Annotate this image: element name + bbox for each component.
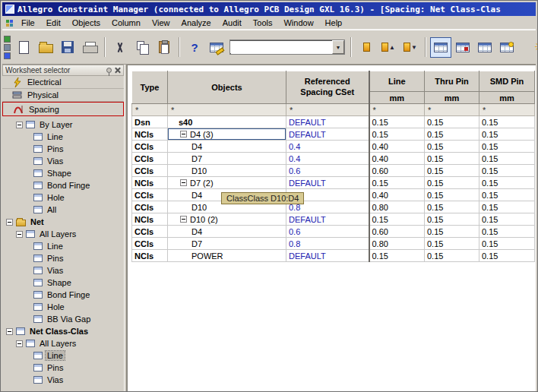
cell-ref-cset[interactable]: DEFAULT [286, 250, 369, 262]
collapse-icon[interactable] [16, 231, 23, 238]
cell-thru-pin[interactable]: 0.15 [425, 238, 479, 250]
cell-thru-pin[interactable]: 0.15 [425, 153, 479, 165]
tree-item-all-layers[interactable]: All Layers [2, 228, 124, 240]
menu-file[interactable]: File [16, 17, 40, 28]
collapse-icon[interactable] [180, 216, 187, 223]
cell-ref-cset[interactable]: DEFAULT [286, 128, 369, 141]
tree-item-shape[interactable]: Shape [2, 167, 124, 179]
filter-cell[interactable]: * [425, 104, 479, 116]
worksheet-selector-toggle-button[interactable] [430, 37, 451, 58]
cell-type[interactable]: CCls [132, 201, 168, 213]
cell-smd-pin[interactable]: 0.15 [479, 128, 535, 141]
menu-help[interactable]: Help [320, 17, 348, 28]
table-grid-button[interactable] [474, 37, 495, 58]
tree-item-net-class-class[interactable]: Net Class-Clas [2, 325, 124, 337]
open-button[interactable] [35, 37, 56, 58]
mini-icon-blue[interactable] [4, 52, 11, 59]
filter-cell[interactable]: * [369, 104, 425, 116]
cell-ref-cset[interactable]: 0.6 [286, 165, 369, 177]
cell-thru-pin[interactable]: 0.15 [425, 201, 479, 213]
menu-window[interactable]: Window [278, 17, 318, 28]
tree-item-pins[interactable]: Pins [2, 252, 124, 264]
tree-item-bond-finger[interactable]: Bond Finge [2, 179, 124, 191]
menu-audit[interactable]: Audit [217, 17, 247, 28]
tree-item-pins[interactable]: Pins [2, 143, 124, 155]
cell-type[interactable]: CCls [132, 165, 168, 177]
menu-column[interactable]: Column [106, 17, 146, 28]
cut-button[interactable] [109, 37, 131, 58]
cell-thru-pin[interactable]: 0.15 [425, 116, 479, 128]
cell-smd-pin[interactable]: 0.15 [479, 177, 535, 189]
collapse-icon[interactable] [6, 328, 13, 335]
cell-line[interactable]: 0.80 [369, 201, 425, 213]
cell-object[interactable]: POWER [168, 250, 286, 262]
collapse-icon[interactable] [6, 219, 13, 226]
cell-line[interactable]: 0.15 [369, 250, 425, 262]
mini-icon-gray[interactable] [4, 44, 11, 51]
cell-ref-cset[interactable]: 0.4 [286, 141, 369, 153]
cell-line[interactable]: 0.15 [369, 213, 425, 226]
new-button[interactable] [13, 37, 34, 58]
cell-thru-pin[interactable]: 0.15 [425, 213, 479, 226]
cell-line[interactable]: 0.60 [369, 165, 425, 177]
cell-type[interactable]: CCls [132, 141, 168, 153]
cell-ref-cset[interactable]: 0.6 [286, 226, 369, 238]
cell-smd-pin[interactable]: 0.15 [479, 201, 535, 213]
goto-cell-button[interactable] [206, 37, 227, 58]
cell-ref-cset[interactable]: DEFAULT [286, 177, 369, 189]
cell-thru-pin[interactable]: 0.15 [425, 165, 479, 177]
tree-item-bond-finger[interactable]: Bond Finge [2, 289, 124, 301]
copy-button[interactable] [131, 37, 153, 58]
cell-thru-pin[interactable]: 0.15 [425, 189, 479, 201]
menu-analyze[interactable]: Analyze [176, 17, 217, 28]
column-header-line[interactable]: Line [369, 71, 425, 92]
cell-type[interactable]: NCls [132, 250, 168, 262]
menu-objects[interactable]: Objects [67, 17, 106, 28]
column-header-objects[interactable]: Objects [168, 71, 286, 104]
menu-tools[interactable]: Tools [248, 17, 278, 28]
cell-line[interactable]: 0.60 [369, 226, 425, 238]
cell-smd-pin[interactable]: 0.15 [479, 165, 535, 177]
tree-item-line[interactable]: Line [2, 240, 124, 252]
help-button[interactable]: ? [184, 37, 205, 58]
paste-button[interactable] [153, 37, 175, 58]
cell-ref-cset[interactable]: 0.8 [286, 238, 369, 250]
cell-type[interactable]: Dsn [132, 116, 168, 128]
column-header-thru-pin[interactable]: Thru Pin [425, 71, 479, 92]
cell-line[interactable]: 0.40 [369, 141, 425, 153]
filter-cell[interactable]: * [132, 104, 168, 116]
cell-object[interactable]: s40 [168, 116, 286, 128]
filter-cell[interactable]: * [286, 104, 369, 116]
save-button[interactable] [57, 37, 78, 58]
tree-item-bb-via-gap[interactable]: BB Via Gap [2, 313, 124, 325]
cell-type[interactable]: CCls [132, 153, 168, 165]
tree-item-all-layers[interactable]: All Layers [2, 337, 124, 349]
cell-smd-pin[interactable]: 0.15 [479, 116, 535, 128]
cell-line[interactable]: 0.40 [369, 153, 425, 165]
cell-thru-pin[interactable]: 0.15 [425, 177, 479, 189]
column-header-smd-pin[interactable]: SMD Pin [479, 71, 535, 92]
tree-item-vias[interactable]: Vias [2, 155, 124, 167]
bookmark-button[interactable] [356, 37, 377, 58]
find-combo[interactable]: ▼ [229, 40, 345, 55]
cell-type[interactable]: NCls [132, 128, 168, 141]
filter-cell[interactable]: * [168, 104, 286, 116]
print-button[interactable] [79, 37, 100, 58]
domain-button-spacing[interactable]: Spacing [2, 102, 124, 116]
tree-item-vias[interactable]: Vias [2, 374, 124, 386]
cell-object[interactable]: D7 (2) [168, 177, 286, 189]
cell-object[interactable]: D7 [168, 238, 286, 250]
domain-button-physical[interactable]: Physical [2, 89, 124, 102]
tree-item-line[interactable]: Line [2, 131, 124, 143]
cell-smd-pin[interactable]: 0.15 [479, 141, 535, 153]
cell-object[interactable]: D4 [168, 141, 286, 153]
cell-thru-pin[interactable]: 0.15 [425, 141, 479, 153]
cell-line[interactable]: 0.15 [369, 177, 425, 189]
cell-smd-pin[interactable]: 0.15 [479, 226, 535, 238]
domain-button-electrical[interactable]: Electrical [2, 76, 124, 89]
combo-dropdown-button[interactable]: ▼ [332, 40, 344, 54]
cell-object-selected[interactable]: D4 (3) [168, 128, 286, 141]
tree-item-line-selected[interactable]: Line [2, 349, 124, 362]
cell-object[interactable]: D4 [168, 226, 286, 238]
cell-object[interactable]: D10 (2) [168, 213, 286, 226]
